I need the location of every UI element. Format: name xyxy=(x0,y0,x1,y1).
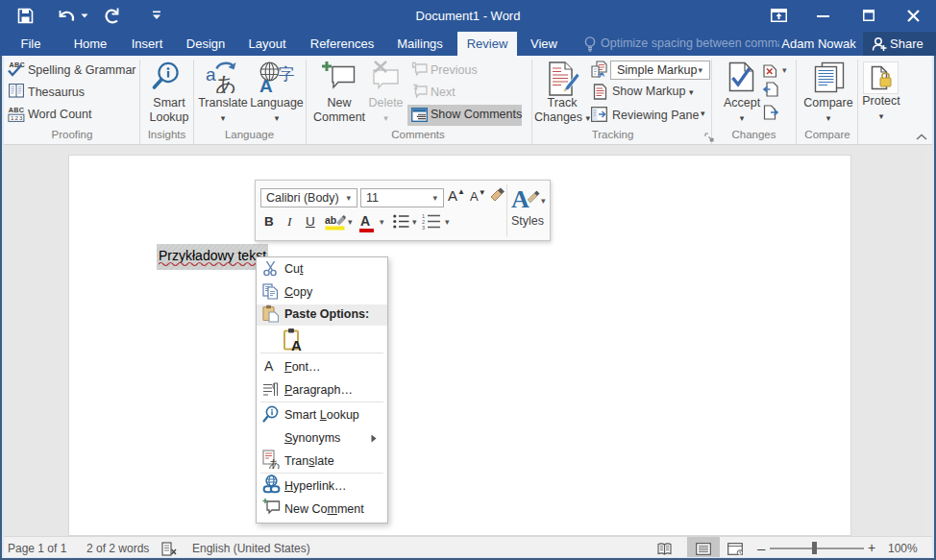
svg-text:ABC: ABC xyxy=(9,106,24,114)
svg-text:ab: ab xyxy=(325,214,336,226)
svg-text:字: 字 xyxy=(279,65,295,84)
svg-text:ABC: ABC xyxy=(10,61,25,69)
svg-text:A: A xyxy=(291,337,302,353)
svg-text:3: 3 xyxy=(422,225,425,230)
svg-text:あ: あ xyxy=(269,457,281,469)
svg-text:123: 123 xyxy=(11,114,23,121)
svg-text:A: A xyxy=(511,185,530,211)
svg-text:あ: あ xyxy=(215,72,237,93)
svg-text:A: A xyxy=(259,76,273,94)
